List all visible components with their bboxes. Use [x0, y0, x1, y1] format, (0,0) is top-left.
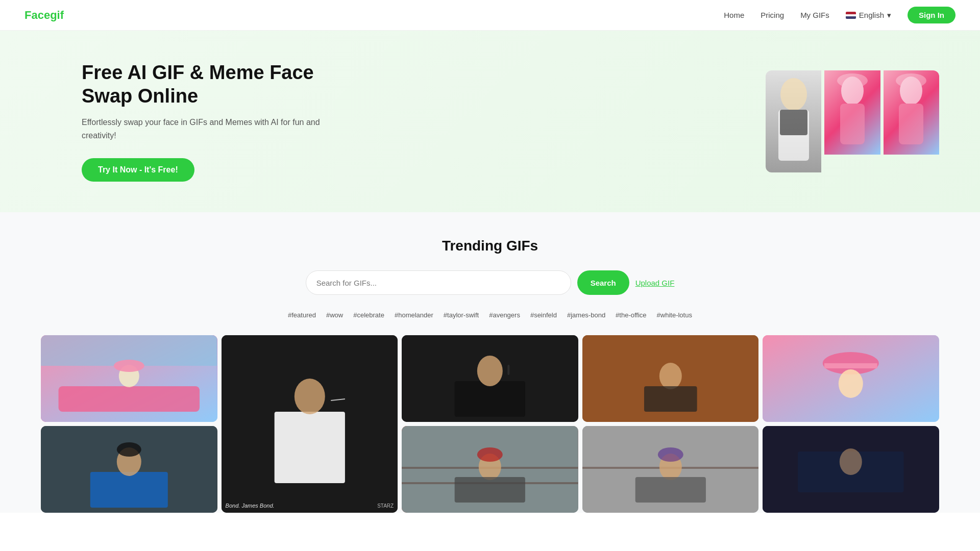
svg-point-13 [114, 360, 144, 372]
gif-card-psycho[interactable] [402, 335, 578, 422]
gif-card-barbie2[interactable] [763, 335, 939, 422]
svg-rect-1 [840, 104, 865, 144]
search-bar-container: Search Upload GIF [41, 270, 939, 295]
hero-collage [766, 70, 939, 172]
language-selector[interactable]: English ▾ [846, 11, 891, 20]
nav-pricing[interactable]: Pricing [761, 11, 784, 19]
svg-point-18 [294, 379, 325, 414]
chevron-down-icon: ▾ [887, 11, 891, 20]
tag-james-bond[interactable]: #james-bond [566, 309, 606, 321]
trending-section: Trending GIFs Search Upload GIF #feature… [0, 212, 980, 513]
gif-card-office[interactable] [41, 426, 217, 513]
try-now-button[interactable]: Try It Now - It's Free! [82, 158, 194, 182]
svg-rect-42 [455, 477, 525, 503]
svg-point-27 [659, 363, 682, 389]
svg-point-41 [477, 447, 503, 462]
svg-point-46 [658, 447, 683, 462]
language-label: English [859, 11, 884, 19]
gif-bond-caption: Bond. James Bond. [226, 503, 394, 509]
svg-rect-24 [508, 365, 510, 375]
collage-left [824, 70, 880, 155]
svg-rect-31 [824, 363, 877, 368]
gif-bond-badge: STARZ [377, 503, 394, 509]
collage-center [766, 70, 821, 172]
svg-point-50 [840, 448, 862, 475]
search-input-wrap [306, 270, 571, 295]
signin-button[interactable]: Sign In [908, 7, 955, 23]
tag-celebrate[interactable]: #celebrate [352, 309, 385, 321]
svg-point-8 [896, 73, 926, 88]
gif-card-seinfeld[interactable] [582, 335, 759, 422]
tag-wow[interactable]: #wow [325, 309, 344, 321]
nav-my-gifs[interactable]: My GIFs [800, 11, 829, 19]
svg-rect-21 [455, 381, 525, 417]
hero-subtitle: Effortlessly swap your face in GIFs and … [82, 116, 347, 142]
nav-home[interactable]: Home [724, 11, 744, 19]
svg-point-2 [837, 73, 868, 88]
hero-title: Free AI GIF & Meme Face Swap Online [82, 61, 347, 108]
svg-point-32 [839, 369, 863, 398]
search-input[interactable] [316, 279, 560, 287]
tag-row: #featured #wow #celebrate #homelander #t… [41, 309, 939, 321]
svg-point-3 [780, 78, 807, 111]
svg-rect-28 [644, 386, 697, 412]
gif-card-dark[interactable] [763, 426, 939, 513]
hero-section: Free AI GIF & Meme Face Swap Online Effo… [0, 31, 980, 212]
tag-the-office[interactable]: #the-office [615, 309, 647, 321]
navbar: Facegif Home Pricing My GIFs English ▾ S… [0, 0, 980, 31]
tag-white-lotus[interactable]: #white-lotus [656, 309, 693, 321]
tag-homelander[interactable]: #homelander [394, 309, 434, 321]
logo[interactable]: Facegif [24, 9, 64, 22]
flag-icon [846, 12, 856, 19]
gif-card-woman2[interactable] [582, 426, 759, 513]
gif-card-redhead[interactable] [402, 426, 578, 513]
upload-gif-link[interactable]: Upload GIF [635, 279, 675, 287]
gif-grid: Bond. James Bond. STARZ [41, 335, 939, 513]
svg-rect-15 [274, 412, 345, 483]
svg-point-23 [477, 356, 503, 386]
svg-rect-7 [899, 104, 923, 144]
hero-text: Free AI GIF & Meme Face Swap Online Effo… [82, 61, 347, 182]
tag-seinfeld[interactable]: #seinfeld [529, 309, 558, 321]
svg-rect-11 [59, 386, 200, 412]
tag-featured[interactable]: #featured [287, 309, 317, 321]
trending-title: Trending GIFs [41, 238, 939, 254]
search-button[interactable]: Search [577, 270, 629, 295]
gif-card-bond[interactable]: Bond. James Bond. STARZ [222, 335, 398, 513]
svg-rect-34 [90, 472, 168, 508]
tag-taylor-swift[interactable]: #taylor-swift [443, 309, 480, 321]
svg-rect-47 [635, 477, 705, 503]
tag-avengers[interactable]: #avengers [488, 309, 521, 321]
gif-card-barbie[interactable] [41, 335, 217, 422]
nav-links: Home Pricing My GIFs English ▾ Sign In [724, 7, 955, 23]
collage-right [884, 70, 939, 155]
svg-point-36 [117, 442, 141, 457]
svg-rect-5 [780, 110, 807, 135]
